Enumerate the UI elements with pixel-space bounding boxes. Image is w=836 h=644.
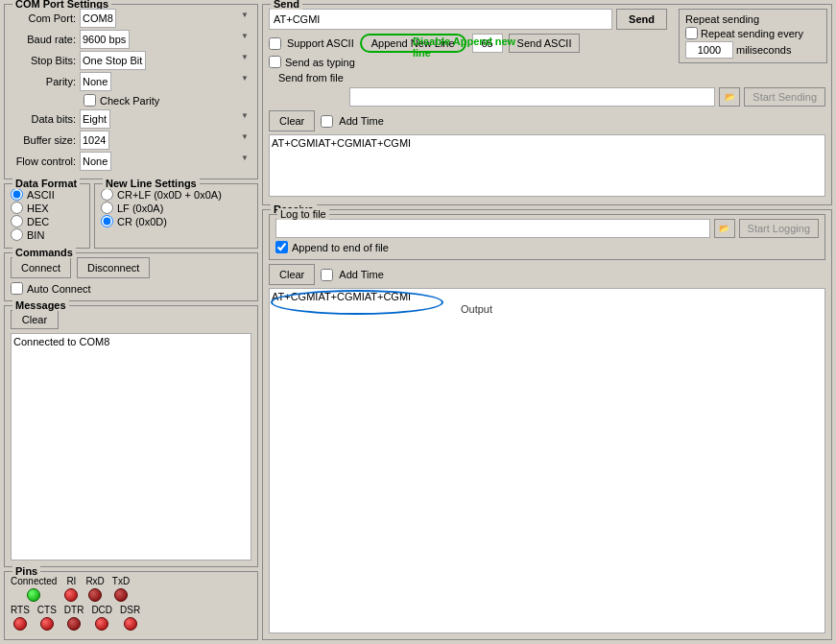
dtr-pin: DTR	[64, 605, 84, 631]
repeat-sending-box: Repeat sending Repeat sending every mili…	[679, 9, 827, 63]
receive-add-time-checkbox[interactable]	[321, 269, 333, 281]
repeat-sending-title: Repeat sending	[685, 13, 821, 25]
com-port-select[interactable]: COM8	[80, 9, 116, 28]
check-parity-checkbox[interactable]	[84, 94, 96, 107]
repeat-sending-label: Repeat sending every	[701, 28, 803, 39]
send-ascii-button[interactable]: Send ASCII	[509, 34, 581, 53]
auto-connect-checkbox[interactable]	[11, 282, 23, 295]
add-time-label: Add Time	[339, 115, 383, 127]
dec-radio[interactable]	[11, 215, 23, 227]
receive-clear-button[interactable]: Clear	[269, 264, 315, 285]
send-clear-button[interactable]: Clear	[269, 110, 315, 131]
rxd-label: RxD	[85, 576, 104, 586]
cts-pin: CTS	[37, 605, 57, 631]
repeat-ms-label: miliseconds	[736, 44, 791, 56]
ri-pin: RI	[64, 576, 78, 602]
baud-rate-label: Baud rate:	[11, 34, 80, 45]
repeat-sending-checkbox[interactable]	[685, 27, 698, 39]
buffer-size-label: Buffer size:	[11, 134, 80, 146]
send-from-file-label: Send from file	[278, 72, 344, 83]
append-new-line-button[interactable]: Append New Line	[360, 34, 466, 53]
support-ascii-checkbox[interactable]	[269, 37, 281, 50]
cr-label: CR (0x0D)	[117, 216, 167, 227]
data-bits-select[interactable]: Eight	[80, 109, 110, 129]
lf-radio[interactable]	[101, 202, 113, 214]
messages-clear-button[interactable]: Clear	[11, 310, 59, 329]
stop-bits-label: Stop Bits:	[11, 55, 80, 66]
hex-label: HEX	[27, 203, 49, 214]
crlf-label: CR+LF (0x0D + 0x0A)	[117, 189, 222, 201]
log-file-input[interactable]	[275, 219, 710, 238]
num-value-input[interactable]	[472, 34, 503, 53]
commands-title: Commands	[12, 247, 76, 258]
hex-radio[interactable]	[11, 202, 23, 214]
log-browse-button[interactable]: 📂	[714, 219, 735, 238]
com-port-label: Com Port:	[11, 12, 80, 24]
data-bits-label: Data bits:	[11, 113, 80, 125]
bin-radio[interactable]	[11, 228, 23, 241]
cr-radio[interactable]	[101, 215, 113, 227]
output-label: Output	[461, 303, 492, 315]
cts-label: CTS	[37, 605, 57, 615]
dtr-label: DTR	[64, 605, 84, 615]
send-as-typing-checkbox[interactable]	[269, 56, 281, 68]
dcd-pin: DCD	[91, 605, 112, 631]
messages-box: Messages Clear Connected to COM8	[4, 305, 258, 567]
add-time-checkbox[interactable]	[321, 115, 333, 128]
data-format-box: Data Format ASCII HEX DEC BIN	[4, 183, 90, 249]
send-box: Send Repeat sending Repeat sending every…	[262, 4, 832, 205]
txd-pin: TxD	[112, 576, 130, 602]
parity-select[interactable]: None	[80, 72, 111, 91]
ascii-radio[interactable]	[11, 188, 23, 201]
file-browse-button[interactable]: 📂	[719, 87, 740, 107]
baud-rate-select[interactable]: 9600 bps	[80, 30, 130, 49]
rts-led	[13, 617, 27, 631]
connected-pin: Connected	[11, 576, 57, 602]
pins-title: Pins	[12, 565, 40, 577]
dsr-led	[124, 617, 137, 631]
flow-control-label: Flow control:	[11, 155, 80, 167]
flow-control-select[interactable]: None	[80, 152, 111, 171]
newline-settings-box: New Line Settings CR+LF (0x0D + 0x0A) LF…	[94, 183, 258, 249]
txd-label: TxD	[112, 576, 130, 586]
lf-label: LF (0x0A)	[117, 203, 163, 214]
disconnect-button[interactable]: Disconnect	[77, 257, 150, 278]
rxd-led	[88, 588, 102, 602]
messages-title: Messages	[12, 299, 69, 311]
rxd-pin: RxD	[85, 576, 104, 602]
parity-label: Parity:	[11, 76, 80, 87]
send-textarea[interactable]: AT+CGMIAT+CGMIAT+CGMI	[269, 134, 825, 197]
receive-box: Receive Log to file 📂 Start Logging Appe…	[262, 209, 832, 640]
log-to-file-box: Log to file 📂 Start Logging Append to en…	[269, 214, 825, 260]
check-parity-label: Check Parity	[100, 95, 159, 107]
connect-button[interactable]: Connect	[11, 257, 71, 278]
crlf-radio[interactable]	[101, 188, 113, 201]
rts-pin: RTS	[11, 605, 30, 631]
send-file-input[interactable]	[349, 87, 715, 107]
connected-led	[27, 588, 40, 602]
ri-led	[64, 588, 78, 602]
dsr-pin: DSR	[120, 605, 140, 631]
ri-label: RI	[66, 576, 76, 586]
append-to-end-label: Append to end of file	[292, 242, 389, 253]
append-to-end-checkbox[interactable]	[275, 241, 288, 253]
send-button[interactable]: Send	[616, 9, 667, 30]
bin-label: BIN	[27, 229, 44, 241]
start-sending-button[interactable]: Start Sending	[744, 87, 825, 107]
messages-textarea[interactable]: Connected to COM8	[11, 333, 251, 561]
repeat-interval-input[interactable]	[685, 41, 733, 59]
support-ascii-label: Support ASCII	[287, 37, 354, 49]
send-title: Send	[271, 0, 302, 10]
dec-label: DEC	[27, 216, 49, 227]
auto-connect-label: Auto Connect	[27, 283, 91, 295]
receive-add-time-label: Add Time	[339, 269, 383, 280]
cts-led	[40, 617, 54, 631]
txd-led	[114, 588, 128, 602]
data-format-title: Data Format	[12, 178, 80, 189]
start-logging-button[interactable]: Start Logging	[739, 219, 819, 238]
stop-bits-select[interactable]: One Stop Bit	[80, 51, 146, 70]
buffer-size-select[interactable]: 1024	[80, 131, 109, 150]
commands-box: Commands Connect Disconnect Auto Connect	[4, 252, 258, 301]
receive-textarea[interactable]: AT+CGMIAT+CGMIAT+CGMI	[269, 288, 825, 633]
send-input[interactable]	[269, 9, 612, 30]
